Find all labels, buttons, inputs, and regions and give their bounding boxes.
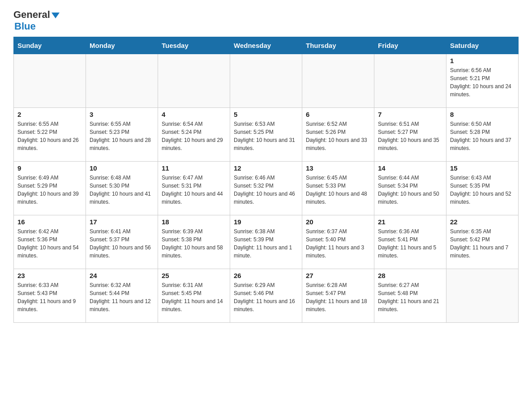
calendar-week-2: 2Sunrise: 6:55 AM Sunset: 5:22 PM Daylig… [14, 108, 519, 162]
day-number: 4 [162, 111, 226, 118]
day-number: 22 [450, 218, 515, 226]
day-number: 12 [234, 164, 298, 172]
calendar-cell: 7Sunrise: 6:51 AM Sunset: 5:27 PM Daylig… [374, 108, 446, 162]
day-number: 20 [306, 218, 370, 226]
day-info: Sunrise: 6:44 AM Sunset: 5:34 PM Dayligh… [378, 174, 442, 206]
logo-arrow-icon [51, 13, 60, 18]
day-number: 23 [17, 272, 82, 279]
day-info: Sunrise: 6:56 AM Sunset: 5:21 PM Dayligh… [450, 66, 515, 98]
calendar-cell [86, 54, 158, 108]
weekday-saturday: Saturday [446, 37, 519, 54]
calendar-cell: 1Sunrise: 6:56 AM Sunset: 5:21 PM Daylig… [446, 54, 519, 108]
page-header: General Blue [13, 9, 519, 32]
day-info: Sunrise: 6:31 AM Sunset: 5:45 PM Dayligh… [162, 281, 226, 313]
day-number: 25 [162, 272, 226, 279]
calendar-cell [230, 54, 302, 108]
day-number: 9 [17, 164, 82, 172]
day-number: 14 [378, 164, 442, 172]
day-number: 24 [90, 272, 154, 279]
day-number: 27 [306, 272, 370, 279]
weekday-wednesday: Wednesday [230, 37, 302, 54]
day-info: Sunrise: 6:43 AM Sunset: 5:35 PM Dayligh… [450, 174, 515, 206]
day-number: 2 [17, 111, 82, 118]
calendar-week-5: 23Sunrise: 6:33 AM Sunset: 5:43 PM Dayli… [14, 269, 519, 323]
calendar-cell: 14Sunrise: 6:44 AM Sunset: 5:34 PM Dayli… [374, 162, 446, 215]
day-info: Sunrise: 6:46 AM Sunset: 5:32 PM Dayligh… [234, 174, 298, 206]
calendar-cell: 6Sunrise: 6:52 AM Sunset: 5:26 PM Daylig… [302, 108, 374, 162]
day-info: Sunrise: 6:45 AM Sunset: 5:33 PM Dayligh… [306, 174, 370, 206]
calendar-week-4: 16Sunrise: 6:42 AM Sunset: 5:36 PM Dayli… [14, 215, 519, 269]
day-info: Sunrise: 6:54 AM Sunset: 5:24 PM Dayligh… [162, 120, 226, 152]
weekday-tuesday: Tuesday [158, 37, 230, 54]
day-number: 17 [90, 218, 154, 226]
day-info: Sunrise: 6:49 AM Sunset: 5:29 PM Dayligh… [17, 174, 82, 206]
calendar-cell: 17Sunrise: 6:41 AM Sunset: 5:37 PM Dayli… [86, 215, 158, 269]
calendar-table: SundayMondayTuesdayWednesdayThursdayFrid… [13, 37, 519, 323]
logo: General Blue [13, 9, 60, 32]
logo-blue-text: Blue [14, 21, 36, 32]
day-info: Sunrise: 6:51 AM Sunset: 5:27 PM Dayligh… [378, 120, 442, 152]
day-info: Sunrise: 6:39 AM Sunset: 5:38 PM Dayligh… [162, 227, 226, 260]
day-number: 1 [450, 57, 515, 64]
logo-text: General [13, 9, 50, 21]
day-info: Sunrise: 6:47 AM Sunset: 5:31 PM Dayligh… [162, 174, 226, 206]
day-info: Sunrise: 6:53 AM Sunset: 5:25 PM Dayligh… [234, 120, 298, 152]
day-number: 21 [378, 218, 442, 226]
day-number: 11 [162, 164, 226, 172]
weekday-header-row: SundayMondayTuesdayWednesdayThursdayFrid… [14, 37, 519, 54]
day-number: 7 [378, 111, 442, 118]
calendar-cell: 26Sunrise: 6:29 AM Sunset: 5:46 PM Dayli… [230, 269, 302, 323]
day-number: 13 [306, 164, 370, 172]
day-number: 26 [234, 272, 298, 279]
calendar-cell: 5Sunrise: 6:53 AM Sunset: 5:25 PM Daylig… [230, 108, 302, 162]
day-info: Sunrise: 6:42 AM Sunset: 5:36 PM Dayligh… [17, 227, 82, 260]
day-info: Sunrise: 6:33 AM Sunset: 5:43 PM Dayligh… [17, 281, 82, 313]
day-info: Sunrise: 6:50 AM Sunset: 5:28 PM Dayligh… [450, 120, 515, 152]
calendar-cell: 21Sunrise: 6:36 AM Sunset: 5:41 PM Dayli… [374, 215, 446, 269]
day-number: 6 [306, 111, 370, 118]
calendar-cell: 23Sunrise: 6:33 AM Sunset: 5:43 PM Dayli… [14, 269, 86, 323]
day-number: 8 [450, 111, 515, 118]
day-number: 16 [17, 218, 82, 226]
calendar-cell: 12Sunrise: 6:46 AM Sunset: 5:32 PM Dayli… [230, 162, 302, 215]
calendar-cell: 20Sunrise: 6:37 AM Sunset: 5:40 PM Dayli… [302, 215, 374, 269]
calendar-cell: 18Sunrise: 6:39 AM Sunset: 5:38 PM Dayli… [158, 215, 230, 269]
weekday-monday: Monday [86, 37, 158, 54]
calendar-cell [374, 54, 446, 108]
calendar-cell: 16Sunrise: 6:42 AM Sunset: 5:36 PM Dayli… [14, 215, 86, 269]
calendar-week-3: 9Sunrise: 6:49 AM Sunset: 5:29 PM Daylig… [14, 162, 519, 215]
day-info: Sunrise: 6:55 AM Sunset: 5:23 PM Dayligh… [90, 120, 154, 152]
calendar-cell: 28Sunrise: 6:27 AM Sunset: 5:48 PM Dayli… [374, 269, 446, 323]
calendar-cell: 9Sunrise: 6:49 AM Sunset: 5:29 PM Daylig… [14, 162, 86, 215]
calendar-cell [446, 269, 519, 323]
calendar-cell [302, 54, 374, 108]
day-info: Sunrise: 6:35 AM Sunset: 5:42 PM Dayligh… [450, 227, 515, 260]
calendar-cell: 27Sunrise: 6:28 AM Sunset: 5:47 PM Dayli… [302, 269, 374, 323]
calendar-header: SundayMondayTuesdayWednesdayThursdayFrid… [14, 37, 519, 54]
calendar-cell: 10Sunrise: 6:48 AM Sunset: 5:30 PM Dayli… [86, 162, 158, 215]
day-number: 18 [162, 218, 226, 226]
day-info: Sunrise: 6:37 AM Sunset: 5:40 PM Dayligh… [306, 227, 370, 260]
day-number: 10 [90, 164, 154, 172]
calendar-cell [14, 54, 86, 108]
day-info: Sunrise: 6:29 AM Sunset: 5:46 PM Dayligh… [234, 281, 298, 313]
calendar-week-1: 1Sunrise: 6:56 AM Sunset: 5:21 PM Daylig… [14, 54, 519, 108]
day-info: Sunrise: 6:27 AM Sunset: 5:48 PM Dayligh… [378, 281, 442, 313]
day-info: Sunrise: 6:28 AM Sunset: 5:47 PM Dayligh… [306, 281, 370, 313]
weekday-sunday: Sunday [14, 37, 86, 54]
day-info: Sunrise: 6:36 AM Sunset: 5:41 PM Dayligh… [378, 227, 442, 260]
calendar-cell: 22Sunrise: 6:35 AM Sunset: 5:42 PM Dayli… [446, 215, 519, 269]
calendar-cell: 19Sunrise: 6:38 AM Sunset: 5:39 PM Dayli… [230, 215, 302, 269]
calendar-cell: 25Sunrise: 6:31 AM Sunset: 5:45 PM Dayli… [158, 269, 230, 323]
calendar-cell: 4Sunrise: 6:54 AM Sunset: 5:24 PM Daylig… [158, 108, 230, 162]
day-info: Sunrise: 6:38 AM Sunset: 5:39 PM Dayligh… [234, 227, 298, 260]
day-number: 3 [90, 111, 154, 118]
day-info: Sunrise: 6:32 AM Sunset: 5:44 PM Dayligh… [90, 281, 154, 313]
day-info: Sunrise: 6:41 AM Sunset: 5:37 PM Dayligh… [90, 227, 154, 260]
day-number: 19 [234, 218, 298, 226]
weekday-thursday: Thursday [302, 37, 374, 54]
day-info: Sunrise: 6:48 AM Sunset: 5:30 PM Dayligh… [90, 174, 154, 206]
weekday-friday: Friday [374, 37, 446, 54]
calendar-cell: 8Sunrise: 6:50 AM Sunset: 5:28 PM Daylig… [446, 108, 519, 162]
calendar-cell: 15Sunrise: 6:43 AM Sunset: 5:35 PM Dayli… [446, 162, 519, 215]
